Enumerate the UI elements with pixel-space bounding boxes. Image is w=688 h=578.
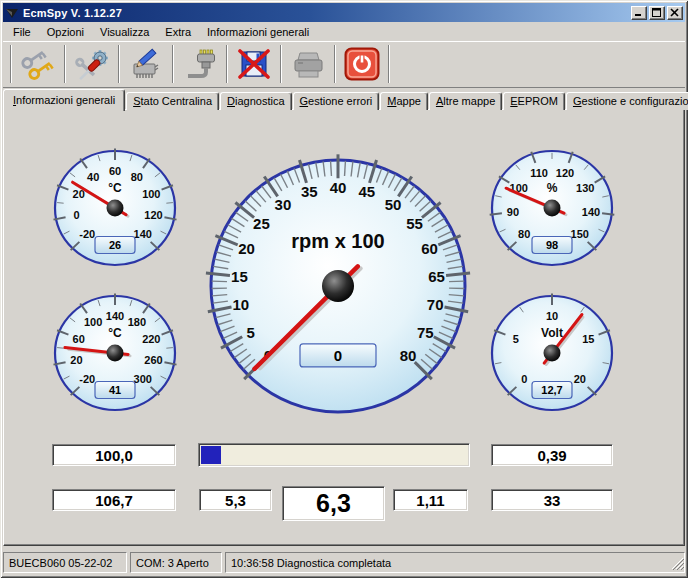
tab-gestione-configurazione[interactable]: Gestione e configurazione <box>566 92 688 110</box>
svg-text:140: 140 <box>582 206 600 218</box>
svg-text:5: 5 <box>246 324 254 341</box>
window-title: EcmSpy V. 1.12.27 <box>23 7 629 19</box>
keys-button[interactable] <box>15 43 61 85</box>
toolbar-separator <box>10 45 12 83</box>
edit-chip-button[interactable] <box>123 43 169 85</box>
svg-text:60: 60 <box>73 333 85 345</box>
resize-grip[interactable] <box>671 556 684 574</box>
svg-text:80: 80 <box>131 171 143 183</box>
tps-progress-fill <box>201 446 221 464</box>
connector-plug-icon <box>181 47 219 81</box>
tab-eeprom[interactable]: EEPROM <box>503 92 565 110</box>
svg-text:55: 55 <box>406 215 423 232</box>
svg-text:80: 80 <box>400 347 417 364</box>
toolbar-separator <box>334 45 336 83</box>
power-icon <box>344 47 380 81</box>
toolbar-separator <box>64 45 66 83</box>
svg-text:140: 140 <box>106 310 124 322</box>
toolbar-separator <box>118 45 120 83</box>
connect-button[interactable] <box>177 43 223 85</box>
time-field: 33 <box>491 489 613 511</box>
svg-text:26: 26 <box>109 239 121 251</box>
ego-voltage-field: 0,39 <box>491 444 613 466</box>
tab-mappe[interactable]: Mappe <box>380 92 428 110</box>
printer-icon <box>289 47 327 81</box>
tab-diagnostica[interactable]: Diagnostica <box>220 92 292 110</box>
close-icon <box>670 8 680 17</box>
svg-text:0: 0 <box>334 347 342 364</box>
app-window: EcmSpy V. 1.12.27 File Opzioni Visualizz… <box>0 0 688 578</box>
toolbar-separator <box>226 45 228 83</box>
svg-text:°C: °C <box>108 326 122 340</box>
tools-gear-icon <box>73 47 111 81</box>
toolbar-separator <box>280 45 282 83</box>
svg-text:%: % <box>547 181 558 195</box>
svg-text:75: 75 <box>417 324 434 341</box>
svg-text:150: 150 <box>571 228 589 240</box>
status-message: 10:36:58 Diagnostica completata <box>225 552 685 573</box>
minimize-icon <box>634 8 644 17</box>
svg-text:110: 110 <box>530 167 548 179</box>
svg-text:120: 120 <box>556 167 574 179</box>
power-exit-button[interactable] <box>339 43 385 85</box>
tps-progressbar <box>198 443 470 467</box>
svg-text:20: 20 <box>574 373 586 385</box>
tps-degrees-field: 5,3 <box>199 489 272 511</box>
tab-gestione-errori[interactable]: Gestione errori <box>293 92 380 110</box>
setup-button[interactable] <box>69 43 115 85</box>
toolbar-separator <box>388 45 390 83</box>
tab-informazioni-generali[interactable]: Informazioni generali <box>3 89 125 111</box>
svg-text:220: 220 <box>142 333 160 345</box>
floppy-cancel-icon <box>235 47 273 81</box>
svg-text:80: 80 <box>518 228 530 240</box>
svg-text:90: 90 <box>507 206 519 218</box>
resize-grip-icon <box>671 557 684 570</box>
svg-text:15: 15 <box>231 268 248 285</box>
svg-text:20: 20 <box>238 240 255 257</box>
tab-altre-mappe[interactable]: Altre mappe <box>429 92 502 110</box>
svg-text:100: 100 <box>84 316 102 328</box>
menu-opzioni[interactable]: Opzioni <box>39 24 92 40</box>
menu-file[interactable]: File <box>5 24 39 40</box>
menu-extra[interactable]: Extra <box>157 24 199 40</box>
afr-gauge: 8090100110120130140150%98 <box>480 144 624 272</box>
toolbar-separator <box>172 45 174 83</box>
save-cancel-button[interactable] <box>231 43 277 85</box>
svg-text:40: 40 <box>87 171 99 183</box>
svg-text:rpm x 100: rpm x 100 <box>291 230 384 252</box>
svg-text:140: 140 <box>134 228 152 240</box>
svg-text:Volt: Volt <box>541 326 563 340</box>
svg-text:30: 30 <box>275 196 292 213</box>
print-button[interactable] <box>285 43 331 85</box>
air-temp-gauge: -20020406080100120140°C26 <box>43 144 187 272</box>
status-com-port: COM: 3 Aperto <box>130 552 222 573</box>
density-correction-field: 100,0 <box>52 444 176 466</box>
toolbar <box>3 41 685 88</box>
tab-stato-centralina[interactable]: Stato Centralina <box>126 92 219 110</box>
svg-text:10: 10 <box>546 310 558 322</box>
tps-percent-field: 6,3 <box>282 486 385 521</box>
menu-visualizza[interactable]: Visualizza <box>92 24 157 40</box>
close-button[interactable] <box>667 6 683 20</box>
status-bar: BUECB060 05-22-02 COM: 3 Aperto 10:36:58… <box>3 549 685 575</box>
svg-text:120: 120 <box>144 209 162 221</box>
svg-text:65: 65 <box>428 268 445 285</box>
svg-text:100: 100 <box>142 188 160 200</box>
tab-bar: Informazioni generali Stato Centralina D… <box>3 88 685 110</box>
svg-text:60: 60 <box>421 240 438 257</box>
svg-text:20: 20 <box>70 354 82 366</box>
maximize-button[interactable] <box>649 6 665 20</box>
svg-text:180: 180 <box>128 316 146 328</box>
svg-text:5: 5 <box>513 333 519 345</box>
svg-text:45: 45 <box>358 183 375 200</box>
svg-text:98: 98 <box>546 239 558 251</box>
svg-text:300: 300 <box>134 373 152 385</box>
svg-text:70: 70 <box>427 296 444 313</box>
minimize-button[interactable] <box>631 6 647 20</box>
svg-text:35: 35 <box>301 183 318 200</box>
engine-temp-gauge: -202060100140180220260300°C41 <box>43 289 187 417</box>
svg-text:260: 260 <box>144 354 162 366</box>
menu-informazioni-generali[interactable]: Informazioni generali <box>199 24 317 40</box>
svg-text:-20: -20 <box>79 228 95 240</box>
chip-pencil-icon <box>127 47 165 81</box>
